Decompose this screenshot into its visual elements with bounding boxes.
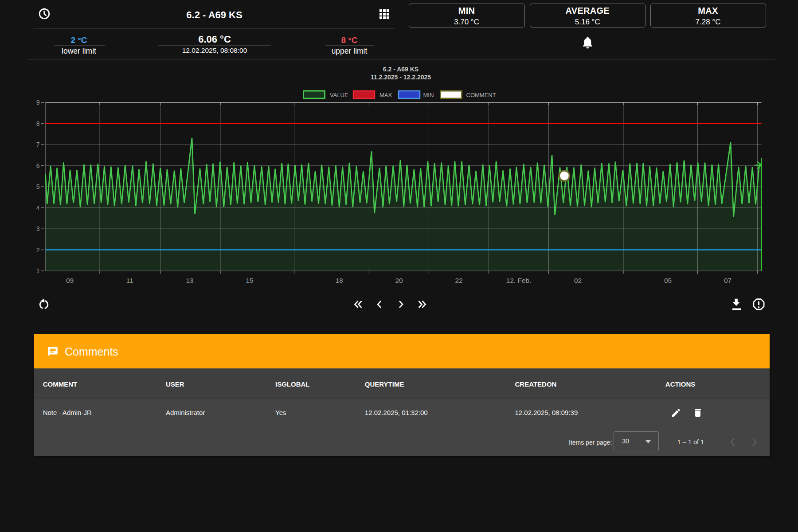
svg-text:15: 15: [246, 277, 253, 284]
svg-text:MAX: MAX: [379, 92, 392, 98]
svg-text:11: 11: [126, 277, 133, 284]
svg-text:8: 8: [36, 120, 40, 127]
svg-text:4: 4: [36, 204, 40, 211]
svg-text:13: 13: [186, 277, 193, 284]
svg-text:MIN: MIN: [423, 92, 434, 98]
svg-text:5: 5: [36, 183, 40, 190]
svg-text:COMMENT: COMMENT: [466, 92, 496, 98]
svg-text:22: 22: [455, 277, 462, 284]
svg-text:1: 1: [36, 267, 40, 274]
svg-text:2: 2: [36, 246, 40, 254]
svg-text:18: 18: [335, 277, 343, 284]
svg-text:07: 07: [724, 277, 732, 284]
svg-text:05: 05: [664, 277, 672, 284]
svg-text:09: 09: [66, 277, 74, 284]
svg-text:VALUE: VALUE: [330, 92, 348, 98]
svg-text:7: 7: [36, 141, 40, 148]
svg-text:12. Feb.: 12. Feb.: [506, 277, 532, 284]
svg-text:6: 6: [36, 162, 40, 169]
svg-text:02: 02: [574, 277, 582, 284]
svg-text:20: 20: [395, 277, 403, 284]
svg-text:11.2.2025 - 12.2.2025: 11.2.2025 - 12.2.2025: [371, 74, 431, 81]
svg-text:3: 3: [36, 225, 40, 232]
svg-text:6.2 - A69 KS: 6.2 - A69 KS: [383, 66, 419, 73]
svg-text:9: 9: [36, 99, 40, 106]
